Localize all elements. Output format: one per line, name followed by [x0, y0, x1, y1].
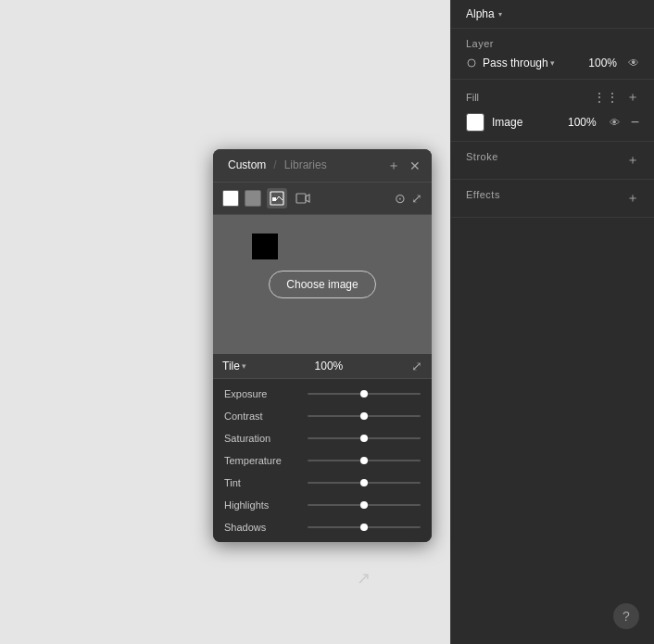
fill-add-icon[interactable]: ＋ — [626, 89, 639, 106]
tab-libraries[interactable]: Libraries — [281, 157, 331, 174]
svg-rect-3 — [296, 194, 306, 203]
slider-track-highlights[interactable] — [308, 504, 421, 506]
layer-row: Pass through ▾ 100% 👁 — [466, 57, 639, 69]
slider-thumb-saturation[interactable] — [360, 435, 368, 442]
fill-title: Fill — [466, 92, 593, 103]
slider-row-tint: Tint — [213, 472, 432, 494]
alpha-text: Alpha — [466, 7, 495, 20]
effects-add-icon[interactable]: ＋ — [626, 190, 639, 207]
svg-point-0 — [468, 59, 475, 67]
tab-divider: / — [273, 157, 276, 174]
slider-label-shadows: Shadows — [224, 522, 308, 533]
fill-type[interactable]: Image — [492, 116, 560, 129]
slider-row-contrast: Contrast — [213, 405, 432, 427]
panel-tabs: Custom / Libraries — [224, 157, 387, 174]
help-text: ? — [623, 609, 630, 624]
slider-label-contrast: Contrast — [224, 410, 308, 422]
image-preview-area[interactable]: Choose image — [213, 215, 432, 354]
fill-grid-icon[interactable]: ⋮⋮ — [593, 90, 619, 105]
swatch-gray[interactable] — [245, 190, 261, 207]
alpha-label[interactable]: Alpha ▾ — [466, 7, 502, 20]
alpha-chevron-icon: ▾ — [498, 10, 502, 19]
layer-section: Layer Pass through ▾ 100% 👁 — [451, 29, 654, 80]
tile-chevron-icon: ▾ — [242, 361, 246, 371]
slider-track-shadows[interactable] — [308, 526, 421, 528]
slider-track-tint[interactable] — [308, 482, 421, 484]
image-fill-icon[interactable] — [267, 188, 287, 208]
fill-eye-icon[interactable]: 👁 — [610, 117, 620, 128]
fill-icons: ⋮⋮ ＋ — [593, 89, 639, 106]
fill-swatch[interactable] — [466, 113, 484, 132]
tile-resize-icon[interactable]: ⤢ — [411, 359, 422, 373]
fill-opacity[interactable]: 100% — [568, 116, 597, 129]
slider-track-contrast[interactable] — [308, 415, 421, 417]
slider-thumb-shadows[interactable] — [360, 524, 368, 531]
resize-icon[interactable]: ⤢ — [411, 191, 422, 206]
dropper-icon[interactable]: ⊙ — [395, 191, 406, 206]
alpha-header: Alpha ▾ — [451, 0, 654, 29]
blend-chevron-icon: ▾ — [550, 58, 555, 68]
slider-thumb-tint[interactable] — [360, 479, 368, 486]
slider-track-exposure[interactable] — [308, 393, 421, 395]
fill-header: Fill ⋮⋮ ＋ — [466, 89, 639, 106]
right-panel: Alpha ▾ Layer Pass through ▾ 100% 👁 Fill… — [450, 0, 654, 644]
slider-track-saturation[interactable] — [308, 437, 421, 439]
stroke-add-icon[interactable]: ＋ — [626, 152, 639, 169]
layer-opacity[interactable]: 100% — [588, 57, 617, 69]
slider-label-tint: Tint — [224, 477, 308, 488]
slider-label-saturation: Saturation — [224, 433, 308, 444]
swatch-white[interactable] — [222, 190, 239, 207]
tile-row: Tile ▾ 100% ⤢ — [213, 354, 432, 379]
sliders-section: Exposure Contrast Saturation Temperature… — [213, 379, 432, 542]
tile-label-text: Tile — [222, 360, 240, 373]
slider-row-temperature: Temperature — [213, 449, 432, 472]
video-fill-icon[interactable] — [293, 188, 313, 208]
layer-title: Layer — [466, 38, 639, 49]
layer-eye-icon[interactable]: 👁 — [628, 57, 639, 69]
svg-rect-2 — [272, 197, 276, 201]
panel-header: Custom / Libraries ＋ ✕ — [213, 149, 432, 183]
help-button[interactable]: ? — [613, 603, 639, 629]
toolbar-row: ⊙ ⤢ — [213, 183, 432, 215]
panel-add-icon[interactable]: ＋ — [387, 158, 400, 174]
slider-row-highlights: Highlights — [213, 494, 432, 516]
fill-remove-icon[interactable]: − — [631, 114, 639, 131]
effects-section: Effects ＋ — [451, 180, 654, 218]
slider-track-temperature[interactable] — [308, 460, 421, 461]
tile-percent[interactable]: 100% — [252, 360, 406, 373]
slider-label-temperature: Temperature — [224, 455, 308, 466]
preview-black-square — [252, 234, 278, 259]
slider-row-shadows: Shadows — [213, 516, 432, 538]
layer-visibility-icon[interactable] — [466, 57, 477, 69]
slider-thumb-highlights[interactable] — [360, 501, 368, 509]
slider-row-saturation: Saturation — [213, 427, 432, 449]
cursor-arrow: ↗ — [357, 568, 371, 588]
fill-section: Fill ⋮⋮ ＋ Image 100% 👁 − — [451, 80, 654, 142]
slider-thumb-exposure[interactable] — [360, 390, 368, 398]
slider-thumb-temperature[interactable] — [360, 457, 368, 464]
effects-title: Effects — [466, 189, 500, 200]
tile-selector[interactable]: Tile ▾ — [222, 360, 246, 373]
fill-panel: Custom / Libraries ＋ ✕ ⊙ ⤢ — [213, 149, 432, 542]
slider-label-exposure: Exposure — [224, 388, 308, 399]
slider-label-highlights: Highlights — [224, 499, 308, 511]
blend-mode-selector[interactable]: Pass through ▾ — [483, 57, 583, 69]
slider-thumb-contrast[interactable] — [360, 412, 368, 420]
tab-custom[interactable]: Custom — [224, 157, 270, 174]
slider-row-exposure: Exposure — [213, 383, 432, 405]
blend-mode-text: Pass through — [483, 57, 548, 69]
stroke-title: Stroke — [466, 151, 498, 162]
stroke-section: Stroke ＋ — [451, 142, 654, 180]
fill-row: Image 100% 👁 − — [466, 113, 639, 132]
choose-image-button[interactable]: Choose image — [269, 271, 375, 298]
panel-close-icon[interactable]: ✕ — [409, 158, 421, 173]
panel-actions: ＋ ✕ — [387, 158, 421, 174]
